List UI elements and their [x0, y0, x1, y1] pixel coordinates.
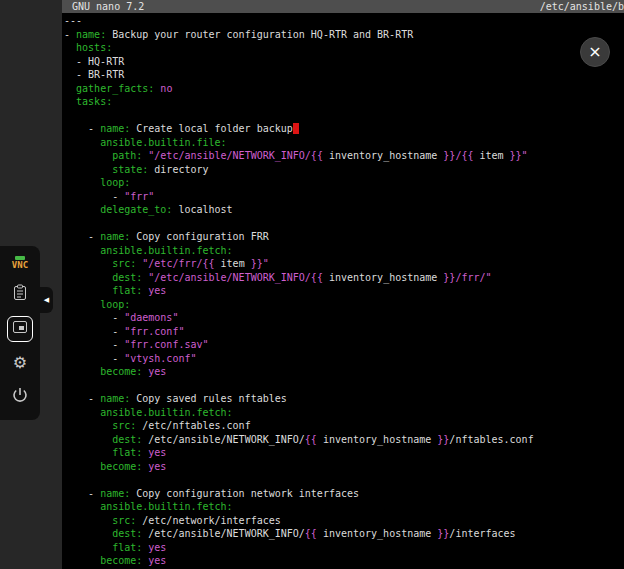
- editor-line[interactable]: src: "/etc/frr/{{ item }}": [64, 258, 624, 272]
- code-segment: [64, 150, 112, 161]
- editor-line[interactable]: src: /etc/network/interfaces: [64, 515, 624, 529]
- editor-line[interactable]: become: yes: [64, 555, 624, 569]
- editor-line[interactable]: - BR-RTR: [64, 69, 624, 83]
- code-segment: ---: [64, 15, 82, 26]
- code-segment: {{: [305, 434, 317, 445]
- desktop: GNU nano 7.2 /etc/ansible/b ---- name: B…: [0, 0, 624, 569]
- editor-line[interactable]: - "daemons": [64, 312, 624, 326]
- editor-line[interactable]: loop:: [64, 299, 624, 313]
- editor-line[interactable]: tasks:: [64, 96, 624, 110]
- code-segment: "/etc/ansible/NETWORK_INFO/{{: [148, 272, 323, 283]
- editor-line[interactable]: - HQ-RTR: [64, 56, 624, 70]
- code-segment: yes: [148, 461, 166, 472]
- editor-line[interactable]: flat: yes: [64, 285, 624, 299]
- code-segment: [64, 542, 112, 553]
- editor-line[interactable]: - name: Copy saved rules nftables: [64, 393, 624, 407]
- editor-line[interactable]: become: yes: [64, 461, 624, 475]
- fullscreen-icon: [11, 318, 29, 340]
- close-icon: ×: [588, 44, 601, 60]
- editor-line[interactable]: [64, 110, 624, 124]
- editor-line[interactable]: path: "/etc/ansible/NETWORK_INFO/{{ inve…: [64, 150, 624, 164]
- editor-line[interactable]: - "frr.conf.sav": [64, 339, 624, 353]
- editor-line[interactable]: become: yes: [64, 366, 624, 380]
- editor-line[interactable]: ansible.builtin.fetch:: [64, 501, 624, 515]
- editor-line[interactable]: ansible.builtin.fetch:: [64, 245, 624, 259]
- editor-line[interactable]: - name: Copy configuration network inter…: [64, 488, 624, 502]
- code-segment: "daemons": [124, 312, 178, 323]
- vnc-logo: VNC: [7, 252, 33, 274]
- editor-line[interactable]: - "frr.conf": [64, 326, 624, 340]
- editor-line[interactable]: - "vtysh.conf": [64, 353, 624, 367]
- code-segment: "frr": [124, 191, 154, 202]
- code-segment: Copy configuration network interfaces: [130, 488, 359, 499]
- editor-line[interactable]: src: /etc/nftables.conf: [64, 420, 624, 434]
- editor-line[interactable]: dest: /etc/ansible/NETWORK_INFO/{{ inven…: [64, 434, 624, 448]
- code-segment: [64, 434, 112, 445]
- editor-line[interactable]: [64, 218, 624, 232]
- editor-line[interactable]: - name: Backup your router configuration…: [64, 29, 624, 43]
- editor-line[interactable]: [64, 380, 624, 394]
- editor-line[interactable]: hosts:: [64, 42, 624, 56]
- code-segment: /interfaces: [449, 528, 515, 539]
- code-segment: [64, 285, 112, 296]
- code-segment: -: [64, 488, 100, 499]
- editor-line[interactable]: gather_facts: no: [64, 83, 624, 97]
- editor-line[interactable]: state: directory: [64, 164, 624, 178]
- code-segment: "/etc/ansible/NETWORK_INFO/{{: [148, 150, 323, 161]
- close-button[interactable]: ×: [580, 37, 610, 67]
- code-segment: /nftables.conf: [449, 434, 533, 445]
- editor-line[interactable]: dest: /etc/ansible/NETWORK_INFO/{{ inven…: [64, 528, 624, 542]
- editor-line[interactable]: - name: Copy configuration FRR: [64, 231, 624, 245]
- code-segment: yes: [148, 366, 166, 377]
- code-segment: -: [64, 339, 124, 350]
- editor-line[interactable]: - "frr": [64, 191, 624, 205]
- editor-line[interactable]: loop:: [64, 177, 624, 191]
- code-segment: "/etc/frr/{{: [142, 258, 214, 269]
- terminal-window[interactable]: GNU nano 7.2 /etc/ansible/b ---- name: B…: [62, 0, 624, 569]
- editor-line[interactable]: flat: yes: [64, 447, 624, 461]
- code-segment: [64, 272, 112, 283]
- code-segment: -: [64, 393, 100, 404]
- code-segment: -: [64, 312, 124, 323]
- code-segment: src:: [112, 515, 136, 526]
- code-segment: [64, 258, 112, 269]
- code-segment: [64, 407, 100, 418]
- code-segment: localhost: [172, 204, 232, 215]
- code-segment: }}: [437, 528, 449, 539]
- code-segment: [64, 245, 100, 256]
- editor-content[interactable]: ---- name: Backup your router configurat…: [62, 13, 624, 569]
- code-segment: }}": [510, 150, 528, 161]
- collapse-arrow-icon: ◀: [44, 296, 49, 304]
- code-segment: [64, 447, 112, 458]
- code-segment: [64, 528, 112, 539]
- code-segment: no: [160, 83, 172, 94]
- power-button[interactable]: [7, 384, 33, 410]
- settings-button[interactable]: ⚙: [7, 350, 33, 376]
- code-segment: become:: [100, 366, 142, 377]
- editor-line[interactable]: - name: Create local folder backup: [64, 123, 624, 137]
- editor-line[interactable]: ---: [64, 15, 624, 29]
- code-segment: flat:: [112, 285, 142, 296]
- code-segment: /etc/network/interfaces: [136, 515, 281, 526]
- editor-line[interactable]: dest: "/etc/ansible/NETWORK_INFO/{{ inve…: [64, 272, 624, 286]
- editor-line[interactable]: [64, 474, 624, 488]
- code-segment: [64, 177, 100, 188]
- editor-line[interactable]: delegate_to: localhost: [64, 204, 624, 218]
- code-segment: yes: [148, 285, 166, 296]
- code-segment: loop:: [100, 299, 130, 310]
- code-segment: [64, 366, 100, 377]
- code-segment: flat:: [112, 542, 142, 553]
- power-icon: [11, 386, 29, 408]
- code-segment: Copy saved rules nftables: [130, 393, 287, 404]
- editor-line[interactable]: ansible.builtin.file:: [64, 137, 624, 151]
- clipboard-button[interactable]: [7, 282, 33, 308]
- editor-line[interactable]: ansible.builtin.fetch:: [64, 407, 624, 421]
- code-segment: /etc/nftables.conf: [136, 420, 250, 431]
- fullscreen-button[interactable]: [7, 316, 33, 342]
- code-segment: "vtysh.conf": [124, 353, 196, 364]
- editor-line[interactable]: flat: yes: [64, 542, 624, 556]
- code-segment: -: [64, 231, 100, 242]
- code-segment: -: [64, 123, 100, 134]
- code-segment: /etc/ansible/NETWORK_INFO/: [142, 434, 305, 445]
- control-bar-handle[interactable]: ◀: [40, 287, 53, 313]
